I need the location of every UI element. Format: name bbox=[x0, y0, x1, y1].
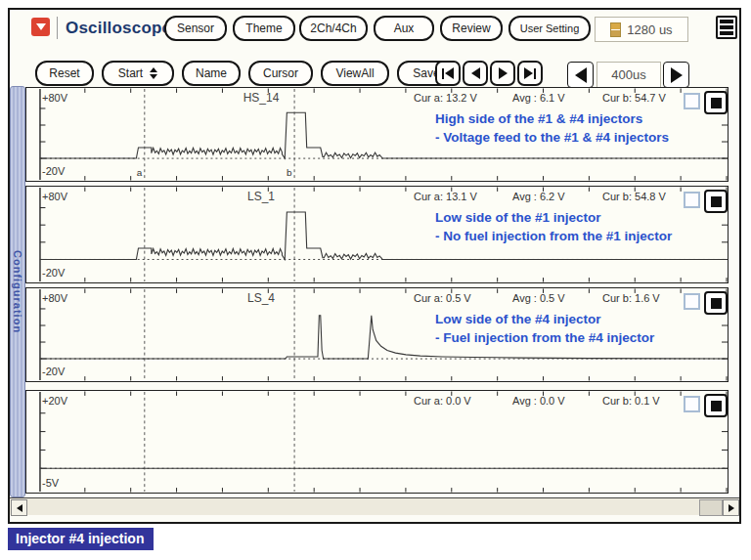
record-time-display: 1280 us bbox=[595, 17, 688, 42]
channel-color-button[interactable] bbox=[704, 291, 728, 315]
reset-button[interactable]: Reset bbox=[35, 61, 94, 86]
cursor-a-value: Cur a: 0.0 V bbox=[414, 395, 471, 407]
annotation: Low side of the #4 injector - Fuel injec… bbox=[435, 310, 729, 347]
cursor-b-value: Cur b: 54.8 V bbox=[602, 191, 666, 202]
channel-color-button[interactable] bbox=[704, 394, 728, 417]
channel-name: LS_4 bbox=[173, 291, 349, 305]
vmax-label: +80V bbox=[42, 292, 67, 304]
skip-to-end-icon bbox=[524, 67, 533, 79]
scroll-right-icon bbox=[729, 504, 734, 512]
avg-value: Avg : 6.1 V bbox=[512, 92, 565, 104]
scroll-right-button[interactable] bbox=[723, 499, 739, 516]
step-back-button[interactable] bbox=[463, 61, 488, 86]
scroll-left-button[interactable] bbox=[11, 499, 27, 516]
spinner-icon[interactable] bbox=[150, 67, 157, 79]
app-title: Oscilloscope bbox=[66, 19, 171, 38]
configuration-tab-label: Configuration bbox=[12, 250, 23, 333]
name-button[interactable]: Name bbox=[182, 61, 241, 86]
start-button[interactable]: Start bbox=[102, 61, 174, 86]
vmax-label: +80V bbox=[42, 191, 67, 202]
hamburger-menu-icon[interactable] bbox=[716, 16, 737, 39]
cursor-a-value: Cur a: 13.1 V bbox=[414, 191, 477, 202]
cursor-a-value: Cur a: 0.5 V bbox=[414, 292, 471, 304]
timebase-display: 400us bbox=[596, 62, 661, 88]
channel-panel-3: +80V -20V LS_4 Cur a: 0.5 V Avg : 0.5 V … bbox=[25, 287, 729, 382]
annotation-line1: Low side of the #4 injector bbox=[435, 310, 729, 328]
start-button-label: Start bbox=[118, 66, 143, 80]
channel-name: LS_1 bbox=[173, 190, 349, 203]
channel-color-button[interactable] bbox=[704, 91, 728, 114]
annotation: High side of the #1 & #4 injectors - Vol… bbox=[435, 109, 729, 147]
channel-mode-button[interactable]: 2Ch/4Ch bbox=[299, 16, 368, 41]
vmax-label: +20V bbox=[42, 395, 67, 407]
scrollbar-thumb[interactable] bbox=[699, 499, 723, 516]
app-window: Oscilloscope Sensor Theme 2Ch/4Ch Aux Re… bbox=[8, 8, 741, 524]
annotation-line2: - No fuel injection from the #1 injector bbox=[435, 227, 729, 245]
channel-checkbox[interactable] bbox=[684, 192, 700, 208]
cursor-b-value: Cur b: 54.7 V bbox=[602, 92, 666, 104]
theme-button[interactable]: Theme bbox=[233, 16, 295, 41]
channel-checkbox[interactable] bbox=[684, 396, 700, 412]
skip-to-end-button[interactable] bbox=[517, 61, 543, 86]
annotation-line2: - Voltage feed to the #1 & #4 injectors bbox=[435, 128, 729, 147]
annotation: Low side of the #1 injector - No fuel in… bbox=[435, 208, 729, 245]
cursor-b-value: Cur b: 0.1 V bbox=[602, 395, 660, 407]
step-forward-icon bbox=[499, 67, 508, 79]
record-time-value: 1280 us bbox=[627, 22, 672, 37]
title-separator bbox=[57, 17, 58, 39]
decrease-timebase-button[interactable] bbox=[567, 62, 594, 88]
annotation-line1: High side of the #1 & #4 injectors bbox=[435, 109, 729, 128]
channel-panel-2: +80V -20V LS_1 Cur a: 13.1 V Avg : 6.2 V… bbox=[25, 186, 729, 283]
avg-value: Avg : 0.5 V bbox=[512, 292, 565, 304]
cursor-b-value: Cur b: 1.6 V bbox=[602, 292, 660, 304]
step-back-icon bbox=[471, 67, 480, 79]
configuration-tab[interactable]: Configuration bbox=[10, 86, 25, 497]
cursor-button[interactable]: Cursor bbox=[248, 61, 313, 86]
caption-label: Injector #4 injection bbox=[8, 528, 154, 550]
channel-name: HS_14 bbox=[173, 91, 349, 105]
review-button[interactable]: Review bbox=[440, 16, 503, 41]
down-triangle-icon bbox=[36, 23, 46, 30]
vmin-label: -5V bbox=[42, 477, 59, 489]
skip-to-start-button[interactable] bbox=[435, 61, 461, 86]
vmin-label: -20V bbox=[42, 267, 65, 279]
channel-checkbox[interactable] bbox=[684, 93, 700, 109]
cursor-a-value: Cur a: 13.2 V bbox=[414, 92, 477, 104]
viewall-button[interactable]: ViewAll bbox=[321, 61, 389, 86]
vmax-label: +80V bbox=[42, 92, 67, 104]
oscilloscope-app: Oscilloscope Sensor Theme 2Ch/4Ch Aux Re… bbox=[0, 0, 751, 560]
scroll-left-icon bbox=[17, 504, 22, 512]
increase-timebase-button[interactable] bbox=[663, 62, 689, 88]
channel-checkbox[interactable] bbox=[684, 293, 700, 310]
channel-panel-4: +20V -5V Cur a: 0.0 V Avg : 0.0 V Cur b:… bbox=[25, 390, 729, 494]
skip-to-start-icon bbox=[445, 67, 454, 79]
hourglass-icon bbox=[610, 22, 621, 37]
red-dropdown-icon[interactable] bbox=[31, 18, 50, 36]
user-setting-button[interactable]: User Setting bbox=[508, 16, 591, 41]
annotation-line2: - Fuel injection from the #4 injector bbox=[435, 328, 729, 347]
channel-color-button[interactable] bbox=[704, 190, 728, 213]
channel-panel-1: ab +80V -20V HS_14 Cur a: 13.2 V Avg : 6… bbox=[25, 87, 729, 182]
sensor-button[interactable]: Sensor bbox=[164, 16, 227, 41]
annotation-line1: Low side of the #1 injector bbox=[435, 208, 729, 227]
svg-text:b: b bbox=[287, 167, 292, 178]
horizontal-scrollbar[interactable] bbox=[10, 497, 739, 515]
increase-timebase-icon bbox=[671, 67, 683, 83]
aux-button[interactable]: Aux bbox=[374, 16, 434, 41]
decrease-timebase-icon bbox=[575, 67, 587, 83]
avg-value: Avg : 6.2 V bbox=[512, 191, 565, 202]
avg-value: Avg : 0.0 V bbox=[512, 395, 565, 407]
svg-text:a: a bbox=[137, 167, 143, 178]
vmin-label: -20V bbox=[42, 366, 65, 377]
vmin-label: -20V bbox=[42, 165, 65, 177]
step-forward-button[interactable] bbox=[490, 61, 515, 86]
